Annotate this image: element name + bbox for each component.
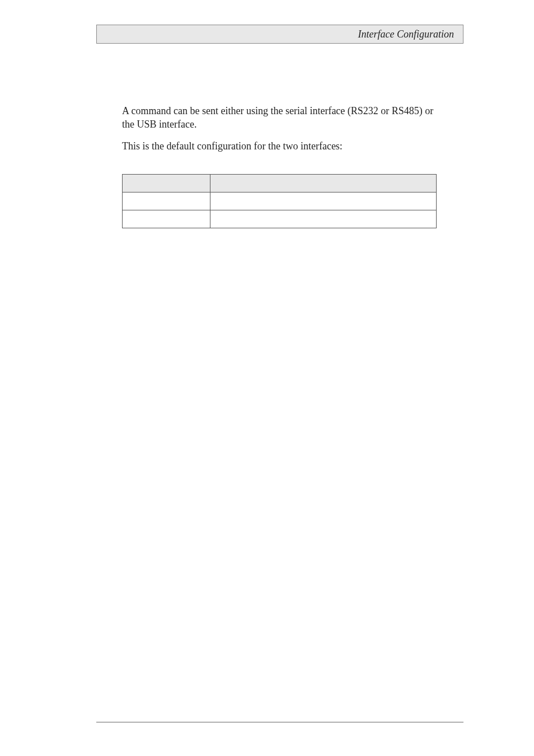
table-row [123, 210, 437, 228]
table-header-cell [210, 174, 437, 192]
table-row [123, 192, 437, 210]
table-cell [123, 210, 210, 228]
table-cell [210, 192, 437, 210]
config-table [122, 174, 437, 228]
table-header-cell [123, 174, 210, 192]
page-header-title: Interface Configuration [358, 29, 454, 40]
page-content: A command can be sent either using the s… [122, 104, 437, 228]
table-header-row [123, 174, 437, 192]
page-header-box: Interface Configuration [96, 25, 463, 44]
paragraph-1: A command can be sent either using the s… [122, 104, 437, 132]
config-table-wrap [122, 174, 437, 228]
footer-rule [96, 722, 463, 722]
table-cell [123, 192, 210, 210]
table-cell [210, 210, 437, 228]
paragraph-2: This is the default configuration for th… [122, 139, 437, 153]
